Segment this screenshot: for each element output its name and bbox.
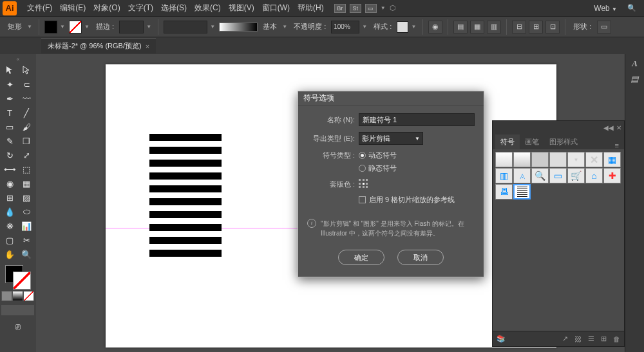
zoom-tool[interactable]: 🔍 [18,247,35,261]
brush-preview[interactable] [219,23,258,32]
symbol-sprayer-tool[interactable]: ❋ [1,219,18,233]
symbol-item[interactable]: ✚ [603,168,621,183]
symbol-item[interactable]: 🖶 [495,184,513,199]
place-symbol-icon[interactable]: ↗ [562,335,568,343]
workspace-label[interactable]: Web ▼ [589,4,622,13]
rectangle-tool[interactable]: ▭ [1,120,18,134]
screen-mode-icon[interactable]: ⎚ [1,319,35,333]
stroke-swatch[interactable] [69,21,82,33]
arrange-icon[interactable]: ▭ [365,4,377,13]
lasso-tool[interactable]: ⊂ [18,77,35,91]
menu-view[interactable]: 视图(V) [225,3,258,14]
cancel-button[interactable]: 取消 [397,250,444,265]
fill-stroke-control[interactable] [1,264,35,291]
symbol-item[interactable]: ▼ [567,152,585,167]
draw-inside-icon[interactable] [23,305,34,315]
blend-tool[interactable]: ⬭ [18,205,35,219]
gradient-mode-icon[interactable] [12,291,23,301]
tab-brushes[interactable]: 画笔 [520,134,544,149]
draw-behind-icon[interactable] [12,305,23,315]
eyedropper-tool[interactable]: 💧 [1,205,18,219]
ok-button[interactable]: 确定 [338,250,384,265]
panel-close-icon[interactable]: ✕ [616,124,621,131]
bridge-icon[interactable]: Br [334,4,346,13]
color-mode-icon[interactable] [1,291,12,301]
export-type-select[interactable]: 影片剪辑▼ [359,132,423,145]
artboard-tool[interactable]: ▢ [1,233,18,247]
radio-static[interactable]: 静态符号 [359,163,397,173]
graph-tool[interactable]: 📊 [18,219,35,233]
menu-edit[interactable]: 编辑(E) [56,3,90,14]
brush-dropdown-icon[interactable]: ▼ [282,24,289,30]
artwork-bars[interactable] [149,134,222,263]
symbol-item[interactable]: 🛒 [567,168,585,183]
document-tab[interactable]: 未标题-2* @ 96% (RGB/预览) × [41,38,156,53]
perspective-tool[interactable]: ▦ [18,176,35,190]
symbol-item[interactable]: ▦ [603,152,621,167]
opacity-input[interactable] [331,21,359,33]
shape-dropdown-icon[interactable]: ▼ [27,24,33,30]
menu-help[interactable]: 帮助(H) [294,3,328,14]
align-icon-6[interactable]: ⊡ [545,21,560,33]
symbol-item[interactable]: ⟑ [513,168,531,183]
stroke-box[interactable] [13,272,31,290]
symbol-item-selected[interactable] [513,184,531,199]
draw-normal-icon[interactable] [1,305,12,315]
graphic-style-dropdown-icon[interactable]: ▼ [411,24,417,30]
stroke-weight-dropdown-icon[interactable]: ▼ [146,24,153,30]
symbol-item[interactable]: ▭ [549,168,567,183]
symbol-item[interactable]: 🔍 [531,168,549,183]
rotate-tool[interactable]: ↻ [1,148,18,162]
tab-graphic-styles[interactable]: 图形样式 [544,134,583,149]
arrange-dropdown-icon[interactable]: ▼ [381,5,386,11]
paintbrush-tool[interactable]: 🖌 [18,120,35,134]
properties-panel-icon[interactable]: A [627,57,643,71]
symbol-lib-icon[interactable]: 📚 [497,335,506,343]
shape-builder-tool[interactable]: ◉ [1,176,18,190]
slice-tool[interactable]: ✂ [18,233,35,247]
panel-collapse-icon[interactable]: « [1,55,35,63]
opacity-dropdown-icon[interactable]: ▼ [362,24,368,30]
free-transform-tool[interactable]: ⬚ [18,162,35,176]
graphic-style-swatch[interactable] [397,21,408,33]
libraries-panel-icon[interactable]: ▤ [627,72,643,86]
menu-type[interactable]: 文字(T) [124,3,157,14]
panel-collapse-icon[interactable]: ◀◀ [603,124,614,131]
tab-symbols[interactable]: 符号 [495,134,520,149]
line-tool[interactable]: ╱ [18,106,35,120]
menu-effect[interactable]: 效果(C) [191,3,225,14]
align-icon-5[interactable]: ⊞ [529,21,543,33]
shaper-tool[interactable]: ✎ [1,134,18,148]
magic-wand-tool[interactable]: ✦ [1,77,18,91]
var-width-dropdown-icon[interactable]: ▼ [210,24,216,30]
stroke-dropdown-icon[interactable]: ▼ [84,24,91,30]
symbol-options-icon[interactable]: ☰ [588,335,594,343]
stock-icon[interactable]: St [350,4,361,13]
mesh-tool[interactable]: ⊞ [1,190,18,205]
symbol-item[interactable] [531,152,549,167]
align-icon-4[interactable]: ⊟ [512,21,526,33]
fill-swatch[interactable] [44,21,57,33]
slice-checkbox[interactable]: 启用 9 格切片缩放的参考线 [359,195,475,205]
delete-symbol-icon[interactable]: 🗑 [613,335,620,343]
gradient-tool[interactable]: ▨ [18,190,35,205]
width-tool[interactable]: ⟷ [1,162,18,176]
pen-tool[interactable]: ✒ [1,91,18,106]
radio-dynamic[interactable]: 动态符号 [359,151,397,160]
registration-grid[interactable] [359,179,369,189]
align-icon-1[interactable]: ▤ [453,21,468,33]
symbol-item[interactable] [513,152,531,167]
align-icon-2[interactable]: ▦ [470,21,484,33]
recolor-icon[interactable]: ◉ [428,21,442,33]
symbol-item[interactable]: ✕ [585,152,603,167]
break-link-icon[interactable]: ⛓ [574,335,582,343]
hand-tool[interactable]: ✋ [1,247,18,261]
menu-select[interactable]: 选择(S) [157,3,191,14]
none-mode-icon[interactable] [23,291,34,301]
scale-tool[interactable]: ⤢ [18,148,35,162]
new-symbol-icon[interactable]: ⊞ [601,335,607,343]
fill-dropdown-icon[interactable]: ▼ [60,24,66,30]
gpu-icon[interactable]: ⬡ [390,4,396,12]
selection-tool[interactable] [1,63,18,77]
symbol-item[interactable] [495,152,513,167]
